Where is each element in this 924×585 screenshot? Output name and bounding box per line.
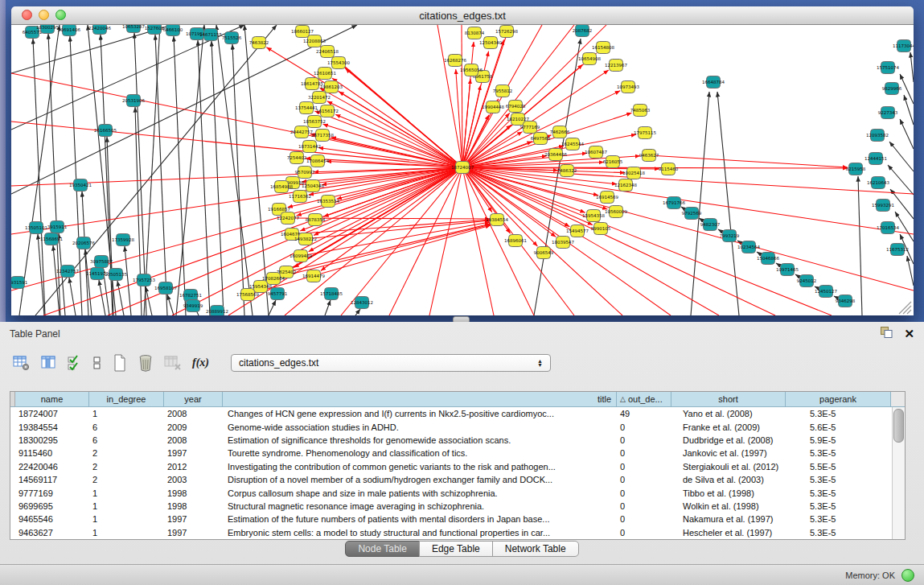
column-header-pagerank[interactable]: pagerank bbox=[786, 392, 891, 407]
cell-pagerank: 5.6E-5 bbox=[786, 422, 891, 432]
close-button[interactable] bbox=[22, 10, 32, 20]
graph-node-label: 13754441 bbox=[295, 105, 318, 110]
graph-node-label: 9227343 bbox=[878, 110, 898, 115]
cell-in_degree: 2 bbox=[89, 475, 164, 484]
node-table: namein_degreeyeartitle△out_de...shortpag… bbox=[10, 391, 906, 540]
graph-node-label: 22420046 bbox=[88, 26, 111, 31]
graph-node-label: 19565056 bbox=[460, 68, 483, 72]
close-panel-icon[interactable]: ✕ bbox=[904, 328, 914, 340]
cell-out_de: 0 bbox=[617, 475, 671, 484]
graph-node-label: 19904448 bbox=[482, 105, 504, 109]
graph-node-label: 20364486 bbox=[544, 152, 567, 157]
cell-name: 9115460 bbox=[15, 448, 89, 458]
table-row[interactable]: 1938455462009Genome-wide association stu… bbox=[10, 420, 905, 433]
graph-node-label: 10560009 bbox=[605, 209, 627, 214]
graph-node-label: 30975887 bbox=[90, 259, 113, 264]
cell-in_degree: 6 bbox=[89, 435, 164, 445]
cell-name: 19384554 bbox=[15, 422, 89, 432]
zoom-button[interactable] bbox=[55, 10, 66, 20]
graph-node-label: 8990105 bbox=[591, 226, 611, 231]
column-header-in_degree[interactable]: in_degree bbox=[89, 392, 164, 407]
graph-node-label: 14671155 bbox=[199, 32, 222, 37]
column-header-short[interactable]: short bbox=[671, 392, 786, 407]
column-header-title[interactable]: title bbox=[223, 392, 617, 407]
table-row[interactable]: 1872400712008Changes of HCN gene express… bbox=[10, 407, 905, 420]
graph-node-label: 17359928 bbox=[112, 237, 134, 242]
status-bar: Memory: OK bbox=[0, 564, 924, 585]
cell-name: 14569117 bbox=[15, 475, 89, 484]
graph-node-label: 7485063 bbox=[630, 108, 651, 113]
table-row[interactable]: 946554611997Estimation of the future num… bbox=[10, 513, 905, 525]
desktop-background: citations_edges.txt 18724007696175879558… bbox=[0, 0, 924, 322]
cell-name: 22420046 bbox=[15, 462, 89, 472]
trash-icon[interactable] bbox=[138, 352, 154, 374]
memory-status-icon[interactable] bbox=[901, 569, 914, 582]
graph-node-label: 9777169 bbox=[520, 125, 540, 130]
graph-node-label: 7515526 bbox=[222, 35, 242, 40]
table-row[interactable]: 1830029562008Estimation of significance … bbox=[10, 434, 905, 447]
table-row[interactable]: 969969511998Structural magnetic resonanc… bbox=[10, 500, 905, 513]
graph-node-label: 26166505 bbox=[94, 128, 117, 133]
cell-name: 18724007 bbox=[15, 409, 89, 418]
graph-node-label: 17568569 bbox=[236, 292, 259, 297]
table-select-value: citations_edges.txt bbox=[239, 357, 318, 369]
column-header-year[interactable]: year bbox=[164, 392, 223, 407]
rows-icon[interactable] bbox=[92, 352, 102, 374]
cell-pagerank: 5.3E-5 bbox=[786, 448, 891, 458]
cell-short: Yano et al. (2008) bbox=[671, 409, 786, 418]
graph-node-label: 11173044 bbox=[893, 43, 914, 48]
cell-year: 1997 bbox=[164, 448, 223, 458]
column-header-out_de[interactable]: △out_de... bbox=[617, 392, 671, 407]
vertical-scrollbar[interactable] bbox=[892, 407, 905, 539]
cell-year: 1998 bbox=[164, 501, 223, 511]
graph-node-label: 7955812 bbox=[493, 89, 513, 93]
cell-year: 1998 bbox=[164, 488, 223, 498]
minimize-button[interactable] bbox=[39, 10, 49, 20]
table-select-dropdown[interactable]: citations_edges.txt ▲▼ bbox=[231, 354, 551, 372]
header-filler bbox=[891, 392, 905, 407]
table-settings-icon[interactable] bbox=[13, 352, 31, 374]
new-file-icon[interactable] bbox=[113, 352, 127, 374]
table-row[interactable]: 911546021997Tourette syndrome. Phenomeno… bbox=[10, 447, 905, 459]
window-titlebar[interactable]: citations_edges.txt bbox=[11, 6, 914, 25]
table-row[interactable]: 2242004622012Investigating the contribut… bbox=[10, 460, 905, 473]
table-columns-icon[interactable] bbox=[41, 352, 57, 374]
scrollbar-thumb[interactable] bbox=[893, 409, 904, 443]
table-panel: Table Panel ✕ bbox=[0, 322, 924, 585]
cell-pagerank: 5.3E-5 bbox=[786, 488, 891, 498]
graph-node-label: 19166857 bbox=[268, 207, 290, 212]
graph-node-label: 15954358 bbox=[582, 213, 605, 218]
float-panel-icon[interactable] bbox=[881, 327, 893, 341]
graph-node-label: 7254402 bbox=[287, 155, 307, 160]
graph-node-label: 16958107 bbox=[154, 286, 177, 290]
graph-node-label: 12162348 bbox=[614, 183, 637, 187]
graph-node-label: 13505135 bbox=[105, 272, 127, 277]
graph-node-label: 12208863 bbox=[303, 39, 326, 43]
graph-node-label: 18731442 bbox=[298, 144, 321, 149]
cell-in_degree: 6 bbox=[89, 422, 164, 432]
table-row[interactable]: 1456911722003Disruption of a novel membe… bbox=[10, 473, 905, 486]
network-canvas[interactable]: 1872400769617587955812199044486794028162… bbox=[11, 25, 914, 315]
tab-edge-table[interactable]: Edge Table bbox=[419, 541, 493, 557]
graph-node-label: 9346298 bbox=[836, 299, 856, 303]
graph-node-label: 12444151 bbox=[864, 156, 887, 161]
cell-in_degree: 2 bbox=[89, 462, 164, 472]
graph-node-label: 7463822 bbox=[249, 40, 269, 45]
graph-node-label: 16791766 bbox=[663, 200, 685, 205]
graph-node-label: 20206576 bbox=[72, 241, 95, 245]
table-tabs: Node TableEdge TableNetwork Table bbox=[0, 541, 924, 557]
cell-in_degree: 2 bbox=[89, 448, 164, 458]
graph-node-label: 8215958 bbox=[846, 167, 866, 171]
table-row[interactable]: 977716911998Corpus callosum shape and si… bbox=[10, 486, 905, 499]
select-columns-icon[interactable] bbox=[68, 352, 82, 374]
cell-short: Hescheler et al. (1997) bbox=[671, 528, 786, 538]
column-header-name[interactable]: name bbox=[15, 392, 89, 407]
cell-out_de: 0 bbox=[617, 422, 671, 432]
tab-network-table[interactable]: Network Table bbox=[492, 541, 579, 557]
fx-icon[interactable]: f(x) bbox=[192, 352, 209, 374]
cell-out_de: 0 bbox=[617, 488, 671, 498]
cell-short: Nakamura et al. (1997) bbox=[671, 514, 786, 524]
graph-node-label: 9006549 bbox=[534, 250, 554, 255]
table-row[interactable]: 946362711997Embryonic stem cells: a mode… bbox=[10, 526, 905, 539]
tab-node-table[interactable]: Node Table bbox=[345, 541, 420, 557]
